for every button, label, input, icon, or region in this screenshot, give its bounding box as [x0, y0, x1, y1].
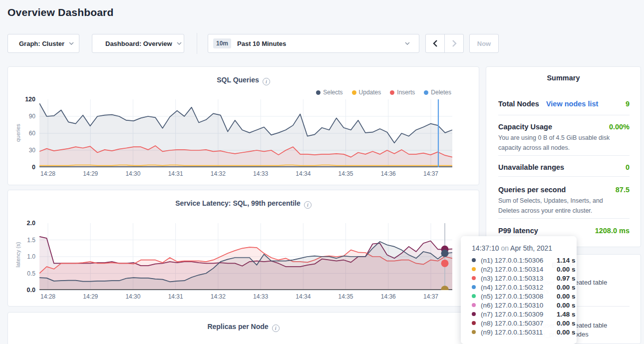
service-latency-title: Service Latency: SQL, 99th percentilei [8, 199, 479, 209]
summary-panel: Summary Total Nodes View nodes list 9 Ca… [486, 66, 641, 247]
tooltip-node-value: 0.97 s [557, 275, 576, 282]
unavailable-ranges-value: 0 [626, 163, 630, 171]
summary-row-p99: P99 latency 1208.0 ms [498, 227, 630, 235]
sql-queries-panel: SQL Queriesi SelectsUpdatesInsertsDelete… [7, 66, 479, 185]
capacity-usage-label: Capacity Usage [498, 123, 552, 131]
chart-hover-tooltip: 14:37:10 on Apr 5th, 2021 (n1) 127.0.0.1… [461, 236, 577, 344]
summary-row-qps: Queries per second 87.5 [498, 186, 630, 194]
tooltip-node-value: 1.14 s [557, 257, 576, 264]
replicas-per-node-title: Replicas per Nodei [8, 323, 479, 332]
x-axis-tick: 14:33 [248, 170, 273, 177]
x-axis-tick: 14:35 [333, 293, 358, 300]
tooltip-date: Apr 5th, 2021 [510, 244, 552, 252]
tooltip-node-address: (n3) 127.0.0.1:50313 [481, 275, 557, 282]
qps-label: Queries per second [498, 186, 566, 194]
page-title: Overview Dashboard [7, 6, 114, 18]
x-axis-tick: 14:36 [376, 170, 401, 177]
x-axis-tick: 14:37 [418, 293, 443, 300]
node-color-dot [472, 276, 476, 280]
y-axis-tick: 0.0 [12, 287, 35, 294]
replicas-per-node-panel: Replicas per Nodei [7, 312, 479, 344]
info-icon[interactable]: i [272, 325, 280, 332]
tooltip-node-row: (n1) 127.0.0.1:503061.14 s [472, 256, 577, 265]
node-color-dot [472, 285, 476, 289]
sql-queries-title: SQL Queriesi [8, 76, 479, 85]
x-axis-tick: 14:37 [418, 170, 443, 177]
summary-row-unavailable: Unavailable ranges 0 [498, 163, 630, 171]
legend-label: Inserts [397, 89, 415, 96]
next-time-button[interactable] [444, 34, 463, 52]
toolbar-divider [197, 33, 197, 54]
x-axis-tick: 14:28 [35, 293, 60, 300]
legend-dot [424, 90, 428, 95]
legend-label: Deletes [431, 89, 451, 96]
graph-dropdown-label: Graph: Cluster [19, 40, 64, 47]
tooltip-node-value: 1.48 s [557, 311, 576, 318]
x-axis-tick: 14:31 [163, 170, 188, 177]
node-color-dot [472, 294, 476, 298]
tooltip-node-value: 0.00 s [557, 293, 576, 300]
tooltip-node-row: (n3) 127.0.0.1:503130.97 s [472, 274, 577, 283]
dashboard-dropdown[interactable]: Dashboard: Overview [92, 34, 184, 53]
legend-item-selects[interactable]: Selects [316, 89, 342, 96]
y-axis-tick: 0 [12, 164, 35, 171]
x-axis-tick: 14:28 [35, 170, 60, 177]
tooltip-node-row: (n5) 127.0.0.1:503080.00 s [472, 292, 577, 301]
info-icon[interactable]: i [304, 201, 312, 209]
chevron-down-icon [69, 42, 74, 45]
prev-time-button[interactable] [426, 34, 444, 52]
graph-dropdown[interactable]: Graph: Cluster [7, 34, 79, 53]
replicas-title-text: Replicas per Node [207, 323, 268, 331]
x-axis-tick: 14:29 [78, 170, 103, 177]
y-axis-tick: 2.0 [12, 220, 35, 227]
x-axis-tick: 14:32 [206, 170, 231, 177]
sql-queries-plot[interactable] [39, 99, 452, 167]
tooltip-node-row: (n9) 127.0.0.1:503110.00 s [472, 328, 577, 337]
dashboard-dropdown-label: Dashboard: Overview [105, 40, 172, 47]
divider [498, 155, 630, 156]
total-nodes-label: Total Nodes [498, 100, 539, 108]
legend-item-inserts[interactable]: Inserts [390, 89, 415, 96]
tooltip-node-row: (n8) 127.0.0.1:503070.00 s [472, 319, 577, 328]
x-axis-tick: 14:32 [206, 293, 231, 300]
x-axis-tick: 14:29 [78, 293, 103, 300]
legend-dot [352, 90, 356, 95]
legend-item-deletes[interactable]: Deletes [424, 89, 451, 96]
legend-item-updates[interactable]: Updates [352, 89, 381, 96]
x-axis-tick: 14:34 [291, 170, 316, 177]
time-range-label: Past 10 Minutes [237, 40, 286, 47]
y-axis-tick: 120 [12, 96, 35, 103]
time-step-buttons [425, 34, 464, 53]
tooltip-node-address: (n1) 127.0.0.1:50306 [481, 257, 557, 264]
tooltip-node-row: (n4) 127.0.0.1:503120.00 s [472, 283, 577, 292]
tooltip-node-address: (n2) 127.0.0.1:50314 [481, 266, 557, 273]
info-icon[interactable]: i [263, 78, 270, 85]
tooltip-time: 14:37:10 [472, 244, 499, 252]
x-axis-tick: 14:31 [163, 293, 188, 300]
p99-latency-label: P99 latency [498, 227, 538, 235]
tooltip-node-value: 0.00 s [557, 329, 576, 336]
chevron-down-icon [177, 42, 182, 45]
legend-label: Selects [323, 89, 342, 96]
view-nodes-list-link[interactable]: View nodes list [546, 100, 599, 108]
y-axis-tick: 30 [12, 147, 35, 154]
chevron-down-icon [405, 42, 410, 45]
summary-row-capacity: Capacity Usage 0.00% [498, 123, 630, 131]
qps-value: 87.5 [616, 186, 630, 194]
x-axis-tick: 14:30 [120, 293, 145, 300]
time-range-selector[interactable]: 10m Past 10 Minutes [208, 34, 419, 53]
divider [498, 176, 630, 177]
chevron-right-icon [452, 40, 457, 47]
service-latency-plot[interactable] [39, 223, 452, 290]
now-button-label: Now [477, 40, 491, 47]
node-color-dot [472, 321, 476, 325]
tooltip-node-value: 0.00 s [557, 266, 576, 273]
now-button[interactable]: Now [469, 34, 499, 53]
summary-heading: Summary [486, 74, 641, 82]
chevron-left-icon [433, 40, 438, 47]
tooltip-node-address: (n8) 127.0.0.1:50307 [481, 320, 557, 327]
x-axis-tick: 14:35 [333, 170, 358, 177]
summary-row-total-nodes: Total Nodes View nodes list 9 [498, 100, 630, 108]
x-axis-tick: 14:34 [291, 293, 316, 300]
tooltip-node-address: (n4) 127.0.0.1:50312 [481, 284, 557, 291]
